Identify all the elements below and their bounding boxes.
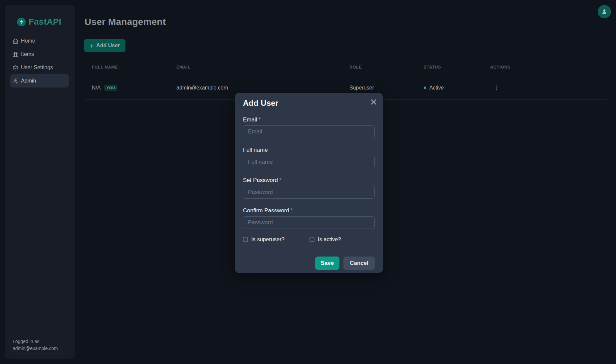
is-active-label: Is active? (318, 236, 341, 243)
checkbox-row: Is superuser? Is active? (243, 236, 375, 243)
is-active-checkbox-group[interactable]: Is active? (309, 236, 341, 243)
users-icon (13, 78, 18, 84)
user-avatar-icon (601, 8, 608, 15)
you-badge: YOU (104, 85, 117, 91)
email-label-text: Email (243, 116, 257, 123)
briefcase-icon (13, 52, 18, 57)
page-title: User Management (85, 17, 166, 27)
sidebar-nav: Home Items User Settings Admin (5, 34, 75, 88)
full-name-label: Full name (243, 147, 375, 153)
add-user-button-label: Add User (96, 43, 120, 49)
sidebar-item-label: Admin (21, 78, 36, 84)
cell-status: Active (416, 76, 483, 99)
active-status-dot (424, 87, 426, 89)
add-user-modal: Add User Email* Full name Set Password* … (235, 93, 383, 273)
is-superuser-label: Is superuser? (251, 236, 285, 243)
table-header-row: FULL NAME EMAIL ROLE STATUS ACTIONS (84, 65, 606, 76)
column-header-full-name: FULL NAME (84, 65, 169, 76)
column-header-role: ROLE (342, 65, 416, 76)
confirm-password-field-group: Confirm Password* (243, 207, 375, 229)
logged-in-info: Logged in as: admin@example.com (13, 338, 58, 352)
user-avatar-button[interactable] (598, 5, 611, 18)
confirm-password-label-text: Confirm Password (243, 207, 289, 214)
sidebar-item-label: User Settings (21, 65, 53, 71)
logo-text: FastAPI (29, 17, 61, 27)
sidebar-item-admin[interactable]: Admin (10, 74, 69, 88)
modal-footer: Save Cancel (243, 257, 375, 270)
confirm-password-label: Confirm Password* (243, 207, 375, 214)
is-superuser-checkbox-group[interactable]: Is superuser? (243, 236, 309, 243)
sidebar-item-label: Items (21, 51, 34, 57)
sidebar-item-items[interactable]: Items (10, 48, 69, 61)
sidebar: FastAPI Home Items User Settings Admin (5, 5, 75, 359)
column-header-email: EMAIL (169, 65, 342, 76)
full-name-input[interactable] (243, 156, 375, 168)
confirm-password-input[interactable] (243, 216, 375, 229)
column-header-status: STATUS (416, 65, 483, 76)
is-superuser-checkbox[interactable] (243, 237, 248, 242)
gear-icon (13, 65, 18, 71)
kebab-menu-icon[interactable] (494, 84, 499, 92)
cell-full-name: N/A YOU (84, 76, 169, 99)
modal-title: Add User (243, 98, 375, 108)
logged-in-email: admin@example.com (13, 345, 58, 352)
set-password-label: Set Password* (243, 177, 375, 184)
required-asterisk: * (259, 116, 261, 123)
fastapi-logo[interactable]: FastAPI (17, 17, 75, 27)
email-label: Email* (243, 116, 375, 123)
fastapi-bolt-icon (17, 18, 26, 26)
plus-icon: + (90, 43, 94, 49)
sidebar-item-home[interactable]: Home (10, 34, 69, 48)
email-field-group: Email* (243, 116, 375, 138)
full-name-label-text: Full name (243, 147, 268, 153)
full-name-value: N/A (92, 85, 101, 91)
set-password-input[interactable] (243, 186, 375, 199)
set-password-label-text: Set Password (243, 177, 278, 183)
required-asterisk: * (279, 177, 282, 183)
add-user-button[interactable]: + Add User (84, 39, 125, 52)
required-asterisk: * (291, 207, 293, 214)
column-header-actions: ACTIONS (483, 65, 606, 76)
close-icon[interactable] (369, 98, 377, 106)
full-name-field-group: Full name (243, 147, 375, 168)
logged-in-label: Logged in as: (13, 338, 58, 345)
save-button[interactable]: Save (315, 257, 340, 270)
home-icon (13, 38, 18, 44)
sidebar-item-user-settings[interactable]: User Settings (10, 61, 69, 74)
sidebar-item-label: Home (21, 38, 35, 44)
cell-actions (483, 76, 606, 99)
set-password-field-group: Set Password* (243, 177, 375, 199)
is-active-checkbox[interactable] (309, 237, 314, 242)
status-value: Active (429, 85, 444, 91)
cancel-button[interactable]: Cancel (343, 257, 375, 270)
email-input[interactable] (243, 125, 375, 138)
